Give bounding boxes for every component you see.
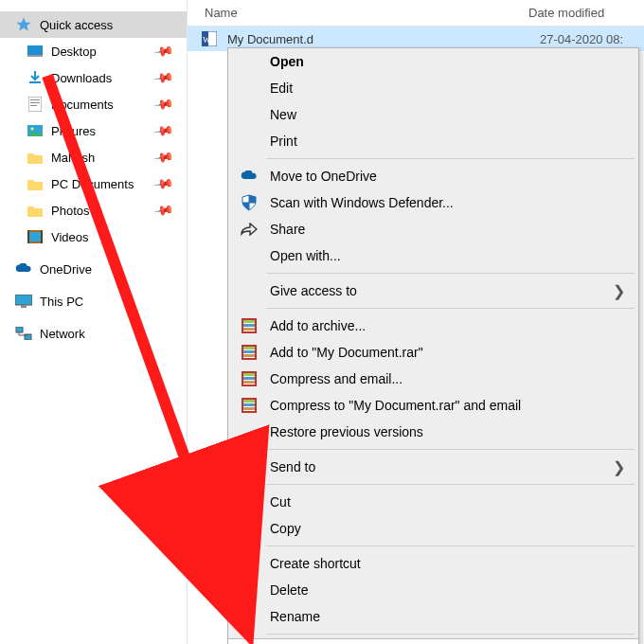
file-date: 27-04-2020 08:: [540, 32, 623, 46]
sidebar-this-pc[interactable]: This PC: [0, 288, 187, 314]
menu-share[interactable]: Share: [228, 216, 638, 242]
pictures-icon: [27, 122, 44, 139]
svg-rect-23: [243, 320, 255, 323]
winrar-icon: [240, 396, 259, 415]
menu-properties[interactable]: Properties: [228, 638, 638, 644]
menu-label: Rename: [270, 609, 320, 624]
sidebar-item-label: Documents: [51, 98, 114, 112]
menu-add-archive[interactable]: Add to archive...: [228, 313, 638, 339]
svg-rect-13: [41, 230, 43, 243]
svg-rect-24: [243, 324, 255, 327]
column-header-date[interactable]: Date modified: [528, 6, 644, 20]
menu-label: Copy: [270, 521, 301, 536]
menu-label: Move to OneDrive: [270, 169, 377, 184]
sidebar-item-photos[interactable]: Photos 📌: [0, 197, 187, 224]
menu-edit[interactable]: Edit: [228, 75, 638, 101]
menu-separator: [266, 449, 635, 450]
menu-compress-email[interactable]: Compress and email...: [228, 366, 638, 392]
sidebar-item-label: Photos: [51, 204, 89, 218]
svg-rect-16: [16, 327, 23, 332]
sidebar-item-pictures[interactable]: Pictures 📌: [0, 117, 187, 144]
svg-rect-15: [21, 305, 27, 308]
sidebar-onedrive[interactable]: OneDrive: [0, 256, 187, 282]
pin-icon: 📌: [152, 94, 174, 116]
menu-new[interactable]: New: [228, 101, 638, 128]
menu-open[interactable]: Open: [228, 48, 638, 75]
svg-rect-25: [243, 328, 255, 331]
column-header-name[interactable]: Name: [188, 6, 528, 20]
menu-delete[interactable]: Delete: [228, 577, 638, 603]
chevron-right-icon: ❯: [613, 458, 625, 476]
svg-rect-14: [15, 295, 32, 305]
onedrive-icon: [15, 260, 32, 277]
menu-restore[interactable]: Restore previous versions: [228, 419, 638, 445]
sidebar-item-desktop[interactable]: Desktop 📌: [0, 38, 187, 64]
svg-rect-35: [243, 381, 255, 384]
menu-label: Create shortcut: [270, 556, 361, 571]
menu-separator: [266, 546, 635, 546]
menu-label: Print: [270, 134, 297, 149]
folder-icon: [27, 202, 44, 219]
word-doc-icon: W: [201, 30, 218, 47]
svg-text:W: W: [203, 35, 211, 45]
desktop-icon: [27, 43, 44, 60]
context-menu: Open Edit New Print Move to OneDrive Sca…: [227, 47, 639, 644]
pin-icon: 📌: [152, 200, 174, 222]
menu-label: Share: [270, 222, 305, 237]
onedrive-icon: [240, 167, 259, 186]
sidebar-item-downloads[interactable]: Downloads 📌: [0, 64, 187, 91]
menu-cut[interactable]: Cut: [228, 489, 638, 515]
menu-defender[interactable]: Scan with Windows Defender...: [228, 189, 638, 216]
sidebar-network[interactable]: Network: [0, 320, 187, 347]
svg-rect-5: [30, 102, 40, 103]
sidebar-item-label: Mahesh: [51, 151, 95, 165]
menu-label: Give access to: [270, 283, 357, 298]
menu-give-access[interactable]: Give access to ❯: [228, 277, 638, 304]
menu-rename[interactable]: Rename: [228, 603, 638, 630]
pin-icon: 📌: [152, 147, 174, 169]
svg-rect-39: [243, 403, 255, 406]
menu-separator: [266, 484, 635, 485]
menu-compress-to-email[interactable]: Compress to "My Document.rar" and email: [228, 392, 638, 419]
menu-label: Edit: [270, 80, 293, 96]
sidebar-label: This PC: [40, 295, 83, 309]
svg-rect-34: [243, 377, 255, 380]
svg-marker-0: [17, 18, 31, 31]
menu-label: Scan with Windows Defender...: [270, 195, 454, 210]
menu-print[interactable]: Print: [228, 128, 638, 154]
menu-copy[interactable]: Copy: [228, 515, 638, 542]
sidebar-quick-access[interactable]: Quick access: [0, 11, 187, 38]
svg-rect-4: [30, 99, 40, 100]
menu-label: Open: [270, 54, 304, 69]
menu-open-with[interactable]: Open with...: [228, 242, 638, 269]
menu-move-onedrive[interactable]: Move to OneDrive: [228, 163, 638, 189]
documents-icon: [27, 96, 44, 113]
svg-rect-33: [243, 373, 255, 376]
sidebar-item-label: Videos: [51, 230, 89, 244]
menu-separator: [266, 158, 635, 159]
winrar-icon: [240, 369, 259, 388]
svg-rect-6: [30, 105, 37, 106]
file-name: My Document.d: [227, 32, 540, 46]
menu-label: Compress to "My Document.rar" and email: [270, 398, 521, 413]
menu-label: Add to "My Document.rar": [270, 345, 423, 360]
menu-add-to-rar[interactable]: Add to "My Document.rar": [228, 339, 638, 366]
folder-icon: [27, 149, 44, 166]
sidebar-item-videos[interactable]: Videos: [0, 224, 187, 250]
sidebar-item-label: PC Documents: [51, 177, 134, 191]
defender-icon: [240, 193, 259, 212]
star-icon: [15, 16, 32, 33]
sidebar-item-documents[interactable]: Documents 📌: [0, 91, 187, 117]
menu-send-to[interactable]: Send to ❯: [228, 454, 638, 480]
pin-icon: 📌: [152, 41, 174, 63]
svg-rect-1: [27, 45, 43, 55]
menu-label: Cut: [270, 494, 291, 510]
sidebar-label: Quick access: [40, 18, 113, 32]
sidebar-item-pc-documents[interactable]: PC Documents 📌: [0, 170, 187, 197]
network-icon: [15, 325, 32, 342]
sidebar-item-mahesh[interactable]: Mahesh 📌: [0, 144, 187, 170]
menu-create-shortcut[interactable]: Create shortcut: [228, 550, 638, 577]
menu-label: Restore previous versions: [270, 424, 423, 439]
winrar-icon: [240, 343, 259, 362]
videos-icon: [27, 228, 44, 245]
